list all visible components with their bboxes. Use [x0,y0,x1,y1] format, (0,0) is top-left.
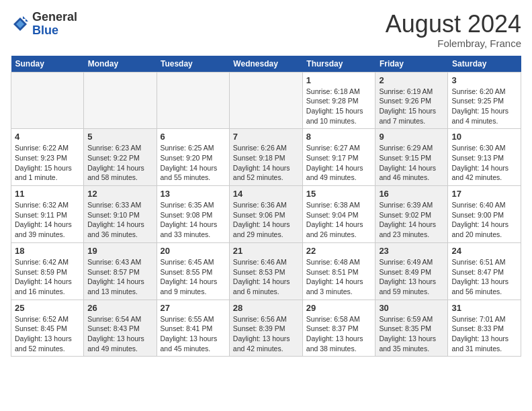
day-number: 18 [15,246,80,256]
calendar-cell [11,72,84,129]
calendar-cell: 2Sunrise: 6:19 AM Sunset: 9:26 PM Daylig… [375,72,448,129]
logo: General Blue [11,11,77,38]
weekday-header-wednesday: Wednesday [229,56,302,73]
calendar-cell: 3Sunrise: 6:20 AM Sunset: 9:25 PM Daylig… [448,72,521,129]
day-number: 7 [233,132,299,142]
calendar-week-1: 1Sunrise: 6:18 AM Sunset: 9:28 PM Daylig… [11,72,521,129]
day-number: 25 [15,303,80,313]
day-info: Sunrise: 6:32 AM Sunset: 9:11 PM Dayligh… [15,200,80,240]
day-number: 17 [451,189,517,199]
day-number: 29 [306,303,372,313]
calendar-cell: 10Sunrise: 6:30 AM Sunset: 9:13 PM Dayli… [448,129,521,186]
calendar-cell: 13Sunrise: 6:35 AM Sunset: 9:08 PM Dayli… [157,186,229,243]
day-info: Sunrise: 6:23 AM Sunset: 9:22 PM Dayligh… [87,143,152,183]
title-block: August 2024 Folembray, France [386,11,521,49]
day-number: 9 [379,132,444,142]
day-number: 26 [87,303,152,313]
day-info: Sunrise: 6:45 AM Sunset: 8:55 PM Dayligh… [161,257,226,297]
day-info: Sunrise: 6:27 AM Sunset: 9:17 PM Dayligh… [306,143,372,183]
day-number: 15 [306,189,372,199]
calendar-cell: 30Sunrise: 6:59 AM Sunset: 8:35 PM Dayli… [375,300,448,357]
day-info: Sunrise: 6:42 AM Sunset: 8:59 PM Dayligh… [15,257,80,297]
logo-blue-text: Blue [32,24,58,37]
calendar-cell: 26Sunrise: 6:54 AM Sunset: 8:43 PM Dayli… [84,300,157,357]
day-number: 10 [451,132,517,142]
day-info: Sunrise: 6:26 AM Sunset: 9:18 PM Dayligh… [233,143,299,183]
svg-marker-2 [23,16,28,21]
calendar-cell: 14Sunrise: 6:36 AM Sunset: 9:06 PM Dayli… [229,186,302,243]
weekday-header-tuesday: Tuesday [157,56,229,73]
day-info: Sunrise: 6:56 AM Sunset: 8:39 PM Dayligh… [233,314,299,354]
weekday-header-saturday: Saturday [448,56,521,73]
calendar-cell: 22Sunrise: 6:48 AM Sunset: 8:51 PM Dayli… [302,242,375,300]
calendar-week-5: 25Sunrise: 6:52 AM Sunset: 8:45 PM Dayli… [11,300,521,357]
calendar-cell: 11Sunrise: 6:32 AM Sunset: 9:11 PM Dayli… [11,186,84,243]
day-info: Sunrise: 6:39 AM Sunset: 9:02 PM Dayligh… [379,200,444,240]
day-number: 21 [233,246,299,256]
day-info: Sunrise: 6:33 AM Sunset: 9:10 PM Dayligh… [87,200,152,240]
calendar-cell: 24Sunrise: 6:51 AM Sunset: 8:47 PM Dayli… [448,242,521,300]
logo-general-text: General [32,10,77,24]
day-number: 1 [306,75,372,85]
day-info: Sunrise: 6:58 AM Sunset: 8:37 PM Dayligh… [306,314,372,354]
weekday-header-friday: Friday [375,56,448,73]
day-number: 28 [233,303,299,313]
day-info: Sunrise: 6:20 AM Sunset: 9:25 PM Dayligh… [451,87,517,126]
day-info: Sunrise: 6:52 AM Sunset: 8:45 PM Dayligh… [15,314,80,354]
calendar-cell: 18Sunrise: 6:42 AM Sunset: 8:59 PM Dayli… [11,242,84,300]
day-info: Sunrise: 6:35 AM Sunset: 9:08 PM Dayligh… [161,200,226,240]
page-header: General Blue August 2024 Folembray, Fran… [11,11,521,49]
calendar-cell: 29Sunrise: 6:58 AM Sunset: 8:37 PM Dayli… [302,300,375,357]
calendar-cell: 1Sunrise: 6:18 AM Sunset: 9:28 PM Daylig… [302,72,375,129]
calendar-cell: 31Sunrise: 7:01 AM Sunset: 8:33 PM Dayli… [448,300,521,357]
day-number: 20 [161,246,226,256]
calendar-cell: 17Sunrise: 6:40 AM Sunset: 9:00 PM Dayli… [448,186,521,243]
day-info: Sunrise: 6:43 AM Sunset: 8:57 PM Dayligh… [87,257,152,297]
calendar-cell: 15Sunrise: 6:38 AM Sunset: 9:04 PM Dayli… [302,186,375,243]
day-number: 13 [161,189,226,199]
day-number: 3 [451,75,517,85]
calendar-cell: 19Sunrise: 6:43 AM Sunset: 8:57 PM Dayli… [84,242,157,300]
day-info: Sunrise: 6:49 AM Sunset: 8:49 PM Dayligh… [379,257,444,297]
calendar-cell: 27Sunrise: 6:55 AM Sunset: 8:41 PM Dayli… [157,300,229,357]
day-info: Sunrise: 6:30 AM Sunset: 9:13 PM Dayligh… [451,143,517,183]
day-number: 30 [379,303,444,313]
calendar-cell: 28Sunrise: 6:56 AM Sunset: 8:39 PM Dayli… [229,300,302,357]
calendar-cell: 4Sunrise: 6:22 AM Sunset: 9:23 PM Daylig… [11,129,84,186]
location-subtitle: Folembray, France [386,38,521,49]
day-number: 5 [87,132,152,142]
day-info: Sunrise: 6:54 AM Sunset: 8:43 PM Dayligh… [87,314,152,354]
day-number: 19 [87,246,152,256]
calendar-cell: 7Sunrise: 6:26 AM Sunset: 9:18 PM Daylig… [229,129,302,186]
day-info: Sunrise: 6:22 AM Sunset: 9:23 PM Dayligh… [15,143,80,183]
day-info: Sunrise: 6:19 AM Sunset: 9:26 PM Dayligh… [379,87,444,126]
calendar-cell: 5Sunrise: 6:23 AM Sunset: 9:22 PM Daylig… [84,129,157,186]
calendar-cell [157,72,229,129]
day-info: Sunrise: 6:51 AM Sunset: 8:47 PM Dayligh… [451,257,517,297]
calendar-cell: 25Sunrise: 6:52 AM Sunset: 8:45 PM Dayli… [11,300,84,357]
day-info: Sunrise: 6:59 AM Sunset: 8:35 PM Dayligh… [379,314,444,354]
calendar-cell: 6Sunrise: 6:25 AM Sunset: 9:20 PM Daylig… [157,129,229,186]
day-number: 23 [379,246,444,256]
day-number: 24 [451,246,517,256]
day-info: Sunrise: 6:36 AM Sunset: 9:06 PM Dayligh… [233,200,299,240]
weekday-header-monday: Monday [84,56,157,73]
day-info: Sunrise: 6:18 AM Sunset: 9:28 PM Dayligh… [306,87,372,126]
weekday-header-thursday: Thursday [302,56,375,73]
logo-icon [11,15,30,34]
day-number: 14 [233,189,299,199]
calendar-cell: 8Sunrise: 6:27 AM Sunset: 9:17 PM Daylig… [302,129,375,186]
calendar-cell: 21Sunrise: 6:46 AM Sunset: 8:53 PM Dayli… [229,242,302,300]
day-info: Sunrise: 6:40 AM Sunset: 9:00 PM Dayligh… [451,200,517,240]
calendar-week-2: 4Sunrise: 6:22 AM Sunset: 9:23 PM Daylig… [11,129,521,186]
month-year-title: August 2024 [386,11,521,38]
calendar-cell: 16Sunrise: 6:39 AM Sunset: 9:02 PM Dayli… [375,186,448,243]
calendar-cell: 12Sunrise: 6:33 AM Sunset: 9:10 PM Dayli… [84,186,157,243]
day-info: Sunrise: 6:48 AM Sunset: 8:51 PM Dayligh… [306,257,372,297]
day-info: Sunrise: 6:29 AM Sunset: 9:15 PM Dayligh… [379,143,444,183]
calendar-week-3: 11Sunrise: 6:32 AM Sunset: 9:11 PM Dayli… [11,186,521,243]
day-number: 16 [379,189,444,199]
calendar-cell: 20Sunrise: 6:45 AM Sunset: 8:55 PM Dayli… [157,242,229,300]
day-number: 12 [87,189,152,199]
weekday-header-sunday: Sunday [11,56,84,73]
